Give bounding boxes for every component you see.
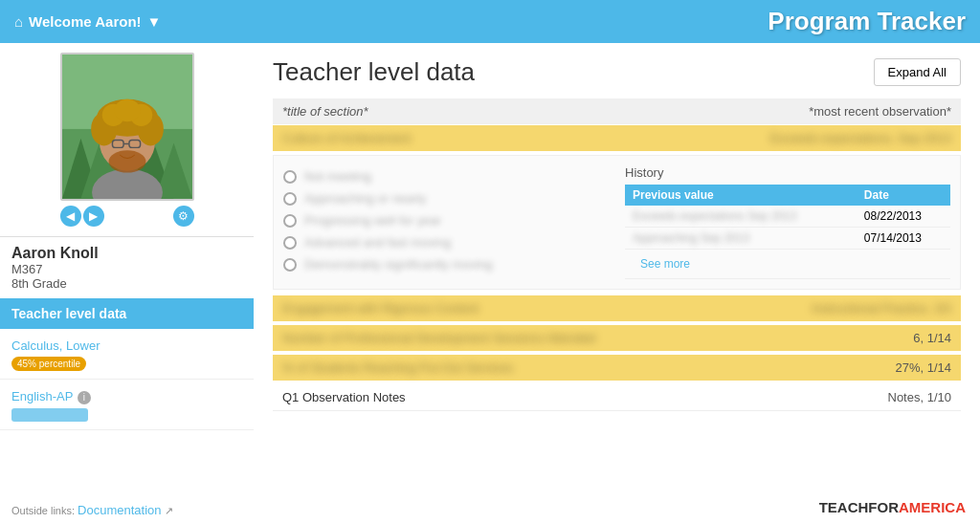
radio-option-2[interactable]: Approaching or nearly xyxy=(283,187,606,209)
svg-point-14 xyxy=(114,99,140,121)
engagement-value: Instructional Practice, 3/3 xyxy=(812,301,951,316)
radio-label-2: Approaching or nearly xyxy=(304,191,426,206)
see-more-link[interactable]: See more xyxy=(633,253,849,274)
outside-links-label: Outside links: xyxy=(11,505,75,516)
culture-achievement-row[interactable]: Culture of Achievement Exceeds expectati… xyxy=(273,125,961,151)
outside-links: Outside links: Documentation ↗ xyxy=(0,497,254,523)
history-row-1: Exceeds expectations Sep 2013 08/22/2013 xyxy=(625,206,950,228)
col-observation-label: *most recent observation* xyxy=(809,104,951,119)
home-icon[interactable]: ⌂ xyxy=(14,13,23,30)
app-title: Program Tracker xyxy=(768,7,966,36)
user-info: Aaron Knoll M367 8th Grade xyxy=(0,237,254,298)
radio-circle-3[interactable] xyxy=(283,214,297,228)
culture-achievement-label: Culture of Achievement xyxy=(282,131,411,145)
radio-option-1[interactable]: Not meeting xyxy=(283,165,606,187)
history-date-2: 07/14/2013 xyxy=(857,228,950,250)
user-id: M367 xyxy=(11,262,242,276)
pd-sessions-value: 6, 1/14 xyxy=(913,331,951,345)
observation-notes-value: Notes, 1/10 xyxy=(888,390,952,404)
history-panel: History Previous value Date Exceeds expe… xyxy=(625,165,950,279)
students-services-row[interactable]: % of Students Reaching Put-Out Services … xyxy=(273,355,961,381)
history-col-previous: Previous value xyxy=(625,185,857,206)
app-header: ⌂ Welcome Aaron! ▼ Program Tracker xyxy=(0,0,980,43)
tfa-footer: TEACHFORAMERICA xyxy=(819,499,966,515)
expanded-section: Not meeting Approaching or nearly Progre… xyxy=(273,155,961,290)
radio-option-4[interactable]: Advanced and fast moving xyxy=(283,231,606,253)
tfa-teach: TEACH xyxy=(819,499,869,515)
user-name: Aaron Knoll xyxy=(11,245,242,262)
content-header: Teacher level data Expand All xyxy=(273,57,961,87)
course2-progress-bar xyxy=(11,408,88,422)
next-arrow-button[interactable]: ▶ xyxy=(83,206,104,227)
history-col-date: Date xyxy=(857,185,950,206)
tfa-america: AMERICA xyxy=(899,499,966,515)
column-headers-row: *title of section* *most recent observat… xyxy=(273,98,961,124)
radio-circle-5[interactable] xyxy=(283,258,297,272)
avatar xyxy=(60,53,194,201)
sidebar: ◀ ▶ ⚙ Aaron Knoll M367 8th Grade Teacher… xyxy=(0,43,254,523)
radio-label-3: Progressing well for year xyxy=(304,213,441,228)
radio-circle-4[interactable] xyxy=(283,236,297,250)
observation-notes-row[interactable]: Q1 Observation Notes Notes, 1/10 xyxy=(273,384,961,411)
radio-label-4: Advanced and fast moving xyxy=(304,235,451,250)
history-row-2: Approaching Sep 2013 07/14/2013 xyxy=(625,228,950,250)
course1-link[interactable]: Calculus, Lower xyxy=(11,338,100,353)
students-services-label: % of Students Reaching Put-Out Services xyxy=(282,360,513,375)
avatar-section: ◀ ▶ ⚙ xyxy=(0,43,254,237)
observation-notes-label: Q1 Observation Notes xyxy=(282,390,406,404)
engagement-label: Engagement with Rigorous Content xyxy=(282,301,479,316)
see-more-row: See more xyxy=(625,250,950,279)
avatar-svg xyxy=(62,53,192,201)
history-value-2: Approaching Sep 2013 xyxy=(625,228,857,250)
history-title: History xyxy=(625,165,950,180)
sidebar-item-teacher-level-data[interactable]: Teacher level data xyxy=(0,298,254,329)
radio-circle-2[interactable] xyxy=(283,192,297,206)
expand-all-button[interactable]: Expand All xyxy=(874,58,961,86)
radio-option-5[interactable]: Demonstrably significantly moving xyxy=(283,253,606,275)
percentile-badge: 45% percentile xyxy=(11,357,86,371)
engagement-row[interactable]: Engagement with Rigorous Content Instruc… xyxy=(273,295,961,321)
radio-label-1: Not meeting xyxy=(304,169,371,184)
radio-circle-1[interactable] xyxy=(283,170,297,184)
expanded-layout: Not meeting Approaching or nearly Progre… xyxy=(283,165,950,279)
dropdown-arrow-icon[interactable]: ▼ xyxy=(147,13,162,30)
documentation-link[interactable]: Documentation xyxy=(78,503,161,517)
radio-label-5: Demonstrably significantly moving xyxy=(304,257,493,272)
culture-achievement-value: Exceeds expectations, Sep 2013 xyxy=(770,131,951,145)
course2-link[interactable]: English-AP xyxy=(11,389,73,403)
history-value-1: Exceeds expectations Sep 2013 xyxy=(625,206,857,228)
students-services-value: 27%, 1/14 xyxy=(895,360,951,375)
sidebar-course2-section: English-AP i xyxy=(0,380,254,430)
col-section-label: *title of section* xyxy=(282,104,368,119)
welcome-text: Welcome Aaron! xyxy=(29,13,142,30)
welcome-nav[interactable]: ⌂ Welcome Aaron! ▼ xyxy=(14,13,161,30)
radio-options: Not meeting Approaching or nearly Progre… xyxy=(283,165,606,279)
user-grade: 8th Grade xyxy=(11,276,242,291)
prev-arrow-button[interactable]: ◀ xyxy=(60,206,81,227)
tfa-for: FOR xyxy=(868,499,899,515)
main-layout: ◀ ▶ ⚙ Aaron Knoll M367 8th Grade Teacher… xyxy=(0,43,980,523)
nav-arrows: ◀ ▶ xyxy=(60,206,104,227)
pd-sessions-row[interactable]: Number of Professional Development Sessi… xyxy=(273,325,961,351)
page-title: Teacher level data xyxy=(273,57,475,87)
pd-sessions-label: Number of Professional Development Sessi… xyxy=(282,331,595,345)
history-date-1: 08/22/2013 xyxy=(857,206,950,228)
main-content: Teacher level data Expand All *title of … xyxy=(254,43,980,523)
info-icon[interactable]: i xyxy=(78,391,91,404)
nav-controls: ◀ ▶ ⚙ xyxy=(60,206,194,227)
svg-point-18 xyxy=(108,150,145,172)
radio-option-3[interactable]: Progressing well for year xyxy=(283,209,606,231)
settings-gear-button[interactable]: ⚙ xyxy=(173,206,194,227)
history-table: Previous value Date Exceeds expectations… xyxy=(625,185,950,279)
sidebar-course1-section: Calculus, Lower 45% percentile xyxy=(0,329,254,380)
